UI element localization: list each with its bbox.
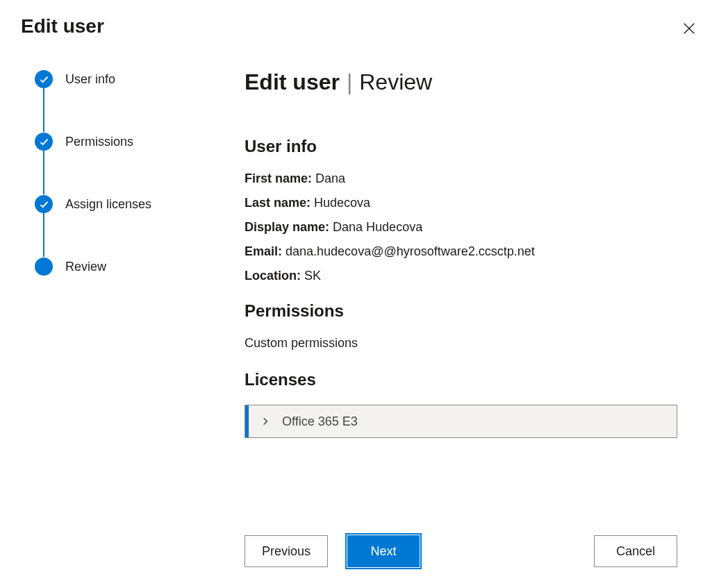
field-value: SK [304,269,321,283]
field-value: Dana Hudecova [333,220,422,234]
field-value: Dana [315,171,345,185]
wizard-connector [43,150,44,194]
wizard-step-user-info[interactable]: User info [35,69,201,89]
field-value: dana.hudecova@@hyrosoftware2.ccsctp.net [286,244,535,258]
field-display-name: Display name: Dana Hudecova [245,220,677,235]
page-heading: Edit user | Review [245,69,677,95]
previous-button[interactable]: Previous [245,535,328,567]
field-last-name: Last name: Hudecova [245,196,677,210]
field-label: Display name [245,220,325,234]
section-title-user-info: User info [245,137,677,156]
license-accent [245,405,249,437]
wizard-step-review[interactable]: Review [35,257,201,276]
section-title-permissions: Permissions [245,301,677,321]
field-value: Hudecova [314,196,370,210]
wizard-step-permissions[interactable]: Permissions [35,132,201,151]
chevron-right-icon [258,414,272,428]
license-row[interactable]: Office 365 E3 [245,405,677,438]
license-label: Office 365 E3 [282,414,358,429]
close-button[interactable] [681,21,697,36]
permissions-summary: Custom permissions [245,336,677,351]
field-label: Location [245,269,297,283]
wizard-step-label: Permissions [65,135,133,149]
check-icon [35,195,53,213]
wizard-connector [43,212,44,257]
edit-user-panel: Edit user User info [0,0,719,588]
page-heading-divider: | [347,69,352,95]
wizard-connector [43,87,44,132]
wizard-footer: Previous Next Cancel [245,535,677,567]
field-label: Email [245,244,278,258]
panel-title: Edit user [21,15,698,37]
wizard-nav: User info Permissions Assign l [0,69,201,588]
section-title-licenses: Licenses [245,370,677,389]
check-icon [35,133,53,151]
field-label: First name [245,171,308,185]
next-button[interactable]: Next [347,535,420,567]
wizard-step-label: Assign licenses [65,197,151,212]
field-first-name: First name: Dana [245,171,677,186]
page-heading-sub: Review [359,69,432,95]
wizard-step-label: User info [65,72,115,87]
current-step-icon [35,258,53,276]
wizard-step-label: Review [65,260,106,274]
wizard-step-assign-licenses[interactable]: Assign licenses [35,194,201,214]
page-heading-strong: Edit user [245,69,340,95]
cancel-button[interactable]: Cancel [594,535,677,567]
content-area: Edit user | Review User info First name:… [201,69,719,588]
field-email: Email: dana.hudecova@@hyrosoftware2.ccsc… [245,244,677,259]
check-icon [35,70,53,88]
field-label: Last name [245,196,306,210]
close-icon [681,26,697,38]
field-location: Location: SK [245,269,677,283]
